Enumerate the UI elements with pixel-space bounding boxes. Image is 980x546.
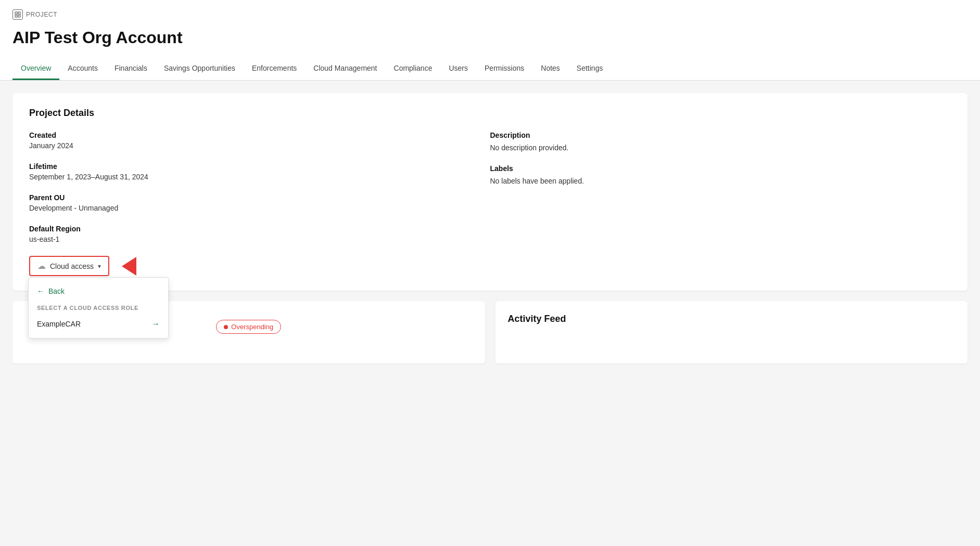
back-label: Back [48, 287, 65, 295]
svg-rect-2 [15, 15, 17, 17]
default-region-value: us-east-1 [29, 235, 469, 243]
back-arrow-icon: ← [37, 287, 44, 295]
dropdown-item-arrow-icon: → [151, 319, 160, 329]
breadcrumb: PROJECT [12, 9, 968, 20]
tab-permissions[interactable]: Permissions [476, 58, 532, 80]
overspending-dot [224, 325, 228, 329]
svg-rect-3 [18, 15, 20, 17]
tab-cloud-management[interactable]: Cloud Management [305, 58, 385, 80]
activity-feed-title: Activity Feed [508, 314, 956, 324]
dropdown-back-item[interactable]: ← Back [29, 282, 168, 301]
detail-labels: Labels No labels have been applied. [490, 164, 931, 185]
detail-created: Created January 2024 [29, 131, 469, 150]
details-grid: Created January 2024 Lifetime September … [29, 131, 951, 276]
overspending-label: Overspending [231, 323, 273, 331]
tab-users[interactable]: Users [440, 58, 476, 80]
description-value: No description provided. [490, 144, 931, 152]
activity-feed-card: Activity Feed [495, 301, 968, 363]
detail-lifetime: Lifetime September 1, 2023–August 31, 20… [29, 162, 469, 181]
nav-tabs: Overview Accounts Financials Savings Opp… [0, 58, 980, 81]
dropdown-section-label: SELECT A CLOUD ACCESS ROLE [29, 301, 168, 314]
lifetime-value: September 1, 2023–August 31, 2024 [29, 173, 469, 181]
cloud-access-label: Cloud access [50, 262, 94, 270]
details-right: Description No description provided. Lab… [490, 131, 951, 276]
created-value: January 2024 [29, 141, 469, 150]
project-icon [12, 9, 23, 20]
tab-settings[interactable]: Settings [568, 58, 612, 80]
page-title: AIP Test Org Account [12, 24, 968, 56]
parent-ou-label: Parent OU [29, 193, 469, 202]
cloud-access-row: ☁ Cloud access ▾ ← Back SELECT A CLOUD A… [29, 256, 469, 276]
detail-default-region: Default Region us-east-1 [29, 225, 469, 243]
default-region-label: Default Region [29, 225, 469, 233]
tab-savings-opportunities[interactable]: Savings Opportunities [156, 58, 244, 80]
tab-enforcements[interactable]: Enforcements [244, 58, 305, 80]
dropdown-item-label: ExampleCAR [37, 320, 81, 328]
red-arrow-annotation [122, 257, 136, 276]
cloud-icon: ☁ [37, 261, 46, 271]
tab-financials[interactable]: Financials [106, 58, 156, 80]
detail-description: Description No description provided. [490, 131, 931, 152]
lifetime-label: Lifetime [29, 162, 469, 171]
svg-rect-0 [15, 12, 17, 14]
dropdown-item-examplecar[interactable]: ExampleCAR → [29, 314, 168, 334]
chevron-down-icon: ▾ [98, 263, 101, 270]
description-label: Description [490, 131, 931, 139]
labels-label: Labels [490, 164, 931, 173]
tab-compliance[interactable]: Compliance [386, 58, 441, 80]
project-details-card: Project Details Created January 2024 Lif… [12, 93, 968, 291]
tab-accounts[interactable]: Accounts [59, 58, 106, 80]
parent-ou-value: Development - Unmanaged [29, 204, 469, 212]
red-arrow-icon [122, 257, 136, 276]
cloud-access-dropdown: ← Back SELECT A CLOUD ACCESS ROLE Exampl… [28, 277, 169, 339]
tab-overview[interactable]: Overview [12, 58, 59, 80]
top-bar: PROJECT AIP Test Org Account [0, 0, 980, 58]
dropdown-wrapper: ☁ Cloud access ▾ ← Back SELECT A CLOUD A… [29, 256, 109, 276]
labels-value: No labels have been applied. [490, 177, 931, 185]
section-title: Project Details [29, 108, 951, 119]
cloud-access-button[interactable]: ☁ Cloud access ▾ [29, 256, 109, 276]
tab-notes[interactable]: Notes [532, 58, 568, 80]
detail-parent-ou: Parent OU Development - Unmanaged [29, 193, 469, 212]
details-left: Created January 2024 Lifetime September … [29, 131, 490, 276]
created-label: Created [29, 131, 469, 139]
svg-rect-1 [18, 12, 20, 14]
main-content: Project Details Created January 2024 Lif… [0, 81, 980, 497]
overspending-badge: Overspending [216, 320, 281, 334]
breadcrumb-text: PROJECT [26, 11, 57, 18]
